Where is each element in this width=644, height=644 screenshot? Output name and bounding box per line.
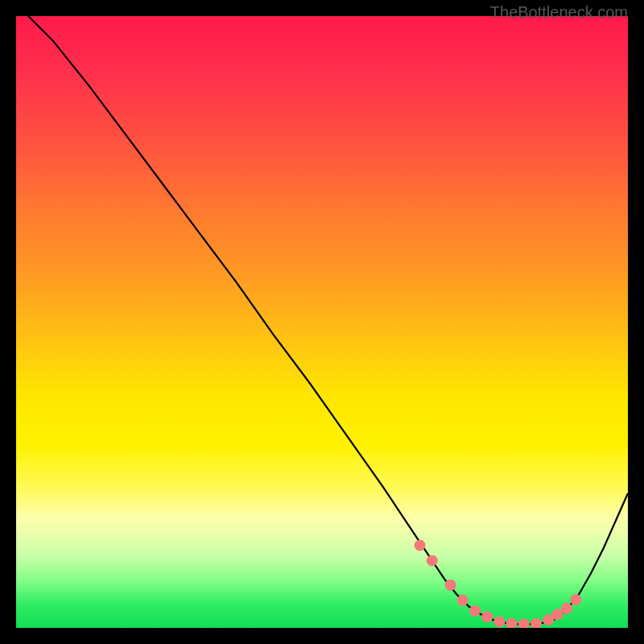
marker-dot <box>530 618 542 628</box>
plot-area <box>16 16 628 628</box>
marker-dot <box>415 539 426 551</box>
marker-dot <box>506 618 518 628</box>
marker-dot <box>469 605 481 617</box>
marker-dot <box>518 618 530 628</box>
watermark-text: TheBottleneck.com <box>490 3 628 22</box>
marker-dot <box>570 594 581 605</box>
marker-dot <box>457 595 469 606</box>
data-curve <box>16 16 628 624</box>
marker-dot <box>552 609 564 620</box>
marker-dot <box>481 611 493 622</box>
chart-svg <box>16 16 628 628</box>
marker-dot <box>427 555 438 566</box>
marker-dots <box>415 539 582 628</box>
marker-dot <box>561 603 572 614</box>
marker-dot <box>445 580 456 591</box>
marker-dot <box>493 616 505 627</box>
